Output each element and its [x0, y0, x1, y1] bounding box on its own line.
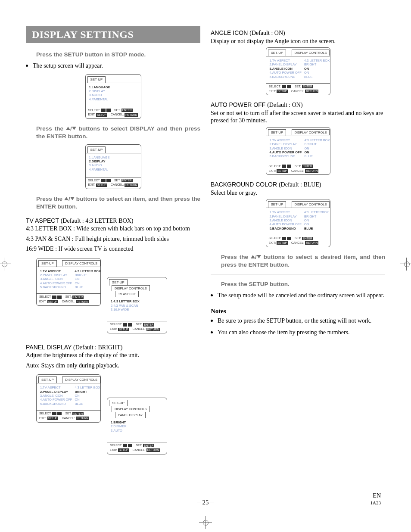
- osd-footer: SELECT: SET:ENTER EXIT:SETUP CANCEL:RETU…: [107, 321, 167, 333]
- osd-item: 2.DIMMER: [111, 424, 163, 428]
- osd-tab: SET-UP: [268, 50, 286, 56]
- right-column: ANGLE ICON (Default : ON) Display or not…: [211, 26, 385, 459]
- auto-power-head: AUTO POWER OFF (Default : ON): [211, 101, 385, 109]
- divider: [211, 274, 385, 274]
- osd-tab: SET-UP: [38, 260, 57, 267]
- registration-mark: [400, 258, 411, 271]
- osd-footer: SELECT: SET:ENTER EXIT:SETUP CANCEL:RETU…: [266, 235, 330, 247]
- osd-item: 3.AUDIO: [89, 163, 137, 167]
- body-text: Adjust the brightness of the display of …: [26, 352, 200, 359]
- osd-subtab: PANEL DISPLAY: [115, 412, 146, 418]
- osd-subtab: DISPLAY CONTROLS: [292, 129, 330, 135]
- registration-mark: [199, 516, 212, 529]
- osd-subtab: DISPLAY CONTROLS: [62, 376, 100, 383]
- osd-item: 1.4:3 LETTER BOX: [111, 299, 163, 303]
- osd-item: 2.DISPLAY: [89, 89, 137, 93]
- osd-footer: SELECT: SET:ENTER EXIT:SETUP CANCEL:RETU…: [37, 410, 100, 422]
- osd-item: 2.4:3 PAN & SCAN: [111, 304, 163, 308]
- body-text: Auto: Stays dim only during playback.: [26, 362, 200, 370]
- osd-tab: SET-UP: [38, 376, 57, 383]
- body-text: Select blue or gray.: [211, 189, 385, 197]
- osd-tab: SET-UP: [109, 279, 128, 286]
- osd-footer: SELECT: SET:ENTER EXIT:SETUP CANCEL:RETU…: [266, 163, 330, 175]
- page-lang: EN1A23: [371, 492, 381, 506]
- page: DISPLAY SETTINGS Press the SETUP button …: [0, 0, 411, 532]
- down-icon: [70, 197, 75, 200]
- osd-item: 1.BRIGHT: [111, 420, 163, 424]
- bg-color-head: BACKGROUND COLOR (Default : BLUE): [211, 181, 385, 189]
- osd-subtab: TV ASPECT: [115, 291, 139, 297]
- osd-item: 3.AUDIO: [89, 93, 137, 97]
- osd-footer: SELECT: SET:ENTER EXIT:SETUP CANCEL:RETU…: [86, 177, 141, 189]
- osd-dispctrl-panel: SET-UP DISPLAY CONTROLS 1.TV ASPECT4:3 L…: [36, 374, 101, 422]
- osd-subtab: DISPLAY CONTROLS: [62, 260, 100, 266]
- up-icon: [251, 255, 255, 258]
- section-banner: DISPLAY SETTINGS: [26, 26, 200, 43]
- panel-display-head: PANEL DISPLAY (Default : BRIGHT): [26, 344, 200, 352]
- osd-subtab: DISPLAY CONTROLS: [112, 285, 150, 291]
- left-column: DISPLAY SETTINGS Press the SETUP button …: [26, 26, 200, 459]
- body-text: Set or not set to turn off after the scr…: [211, 109, 385, 124]
- up-icon: [64, 197, 68, 200]
- osd-item: 4.PARENTAL: [89, 97, 137, 101]
- osd-dispctrl-bg: SET-UP DISPLAY CONTROLS 1.TV ASPECT4:3 L…: [266, 199, 330, 247]
- osd-item: 3.16:9 WIDE: [111, 308, 163, 311]
- notes-heading: Notes: [211, 307, 385, 315]
- bullet-note: The setup screen will appear.: [26, 62, 200, 70]
- osd-setup-main-2: SET-UP 1.LANGUAGE 2.DISPLAY 3.AUDIO 4.PA…: [85, 144, 141, 190]
- step-instruction: Press the SETUP button.: [221, 280, 385, 288]
- osd-subtab: DISPLAY CONTROLS: [112, 406, 150, 412]
- angle-icon-head: ANGLE ICON (Default : ON): [211, 29, 385, 37]
- step-instruction: Press the / buttons to select DISPLAY an…: [36, 125, 200, 140]
- down-icon: [72, 127, 76, 130]
- bullet-note: Be sure to press the SETUP button, or th…: [211, 317, 385, 325]
- osd-subtab: DISPLAY CONTROLS: [292, 50, 330, 56]
- osd-item: 1.LANGUAGE: [89, 85, 137, 89]
- down-icon: [257, 255, 261, 258]
- osd-tab: SET-UP: [87, 146, 106, 153]
- osd-tab: SET-UP: [268, 129, 286, 136]
- body-text: 4:3 PAN & SCAN : Full height picture, tr…: [26, 235, 200, 243]
- osd-item: 4.PARENTAL: [89, 168, 137, 171]
- step-instruction: Press the SETUP button in STOP mode.: [36, 51, 200, 59]
- bullet-note: You can also choose the item by pressing…: [211, 329, 385, 336]
- osd-tab: SET-UP: [87, 76, 106, 83]
- osd-item: 1.LANGUAGE: [89, 156, 137, 159]
- osd-footer: SELECT: SET:ENTER EXIT:SETUP CANCEL:RETU…: [86, 107, 141, 119]
- osd-panel-options: SET-UP DISPLAY CONTROLS PANEL DISPLAY 1.…: [107, 398, 167, 454]
- page-number: – 25 –: [0, 499, 411, 506]
- bullet-note: The setup mode will be canceled and the …: [211, 292, 385, 299]
- body-text: 16:9 WIDE : If wide screen TV is connect…: [26, 245, 200, 253]
- osd-dispctrl-auto: SET-UP DISPLAY CONTROLS 1.TV ASPECT4:3 L…: [266, 127, 330, 175]
- step-instruction: Press the / buttons to select an item, a…: [36, 195, 200, 211]
- osd-subtab: DISPLAY CONTROLS: [292, 201, 330, 207]
- body-text: Display or not display the Angle icon on…: [211, 37, 385, 45]
- up-icon: [66, 127, 70, 130]
- osd-dispctrl-angle: SET-UP DISPLAY CONTROLS 1.TV ASPECT4:3 L…: [266, 47, 330, 95]
- osd-dispctrl-tvaspect: SET-UP DISPLAY CONTROLS 1.TV ASPECT4:3 L…: [36, 258, 101, 306]
- osd-footer: SELECT: SET:ENTER EXIT:SETUP CANCEL:RETU…: [266, 83, 330, 95]
- step-instruction: Press the / buttons to select a desired …: [221, 253, 385, 269]
- registration-mark: [0, 258, 11, 271]
- osd-tab: SET-UP: [109, 400, 128, 406]
- body-text: 4:3 LETTER BOX : Wide screen with black …: [26, 225, 200, 233]
- osd-setup-main-1: SET-UP 1.LANGUAGE 2.DISPLAY 3.AUDIO 4.PA…: [85, 74, 141, 119]
- osd-footer: SELECT: SET:ENTER EXIT:SETUP CANCEL:RETU…: [37, 293, 100, 305]
- osd-tvaspect-options: SET-UP DISPLAY CONTROLS TV ASPECT 1.4:3 …: [107, 277, 167, 333]
- tv-aspect-head: TV ASPECT (Default : 4:3 LETTER BOX): [26, 217, 200, 225]
- osd-tab: SET-UP: [268, 201, 286, 208]
- osd-footer: SELECT: SET:ENTER EXIT:SETUP CANCEL:RETU…: [107, 442, 167, 454]
- osd-item: 2.DISPLAY: [89, 159, 137, 163]
- osd-item: 3.AUTO: [111, 429, 163, 432]
